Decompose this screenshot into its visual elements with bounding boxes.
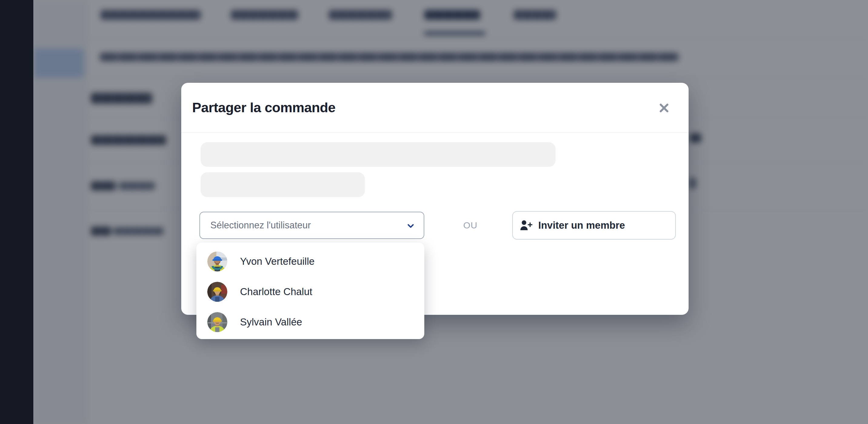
user-dropdown-menu: Yvon Vertefeuille	[196, 243, 424, 339]
user-option-name: Charlotte Chalut	[240, 286, 312, 298]
modal-title: Partager la commande	[192, 83, 336, 132]
modal-header: Partager la commande	[181, 83, 689, 133]
screen: Partager la commande Sélectionnez l'util…	[0, 0, 868, 424]
avatar	[207, 312, 227, 332]
x-icon	[658, 103, 670, 113]
user-select-placeholder: Sélectionnez l'utilisateur	[210, 220, 311, 231]
user-option-name: Yvon Vertefeuille	[240, 256, 315, 267]
user-option[interactable]: Sylvain Vallée	[196, 307, 424, 337]
user-select[interactable]: Sélectionnez l'utilisateur	[199, 212, 424, 239]
or-separator: OU	[455, 212, 486, 239]
avatar	[207, 282, 227, 302]
person-add-icon	[520, 219, 533, 231]
skeleton-line	[200, 172, 365, 197]
left-dark-rail	[0, 0, 33, 424]
chevron-down-icon	[406, 221, 415, 230]
user-option[interactable]: Yvon Vertefeuille	[196, 246, 424, 277]
invite-member-label: Inviter un membre	[538, 220, 625, 231]
skeleton-line	[200, 142, 556, 167]
invite-member-button[interactable]: Inviter un membre	[512, 211, 676, 239]
avatar	[207, 251, 227, 272]
close-button[interactable]	[656, 101, 672, 116]
user-option[interactable]: Charlotte Chalut	[196, 277, 424, 307]
user-option-name: Sylvain Vallée	[240, 316, 302, 328]
